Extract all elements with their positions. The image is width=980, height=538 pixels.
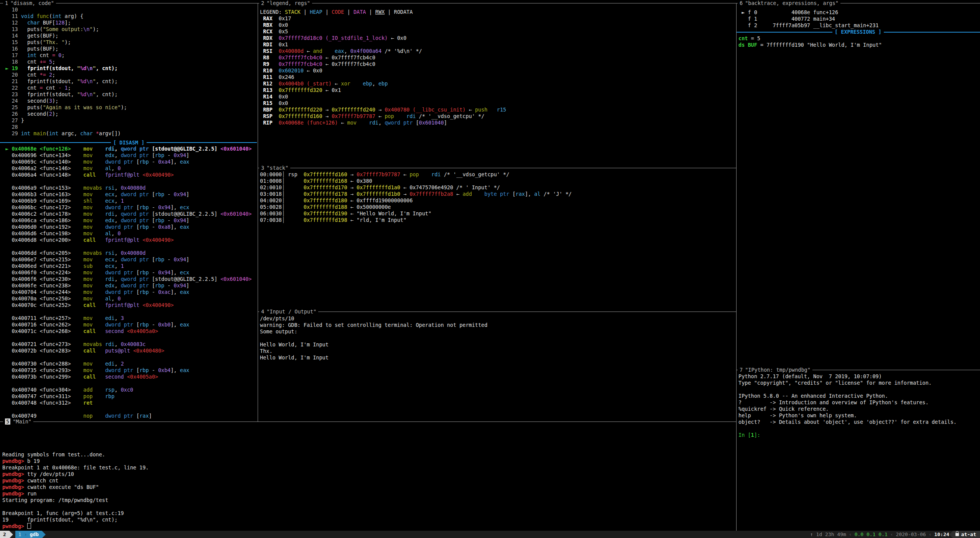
terminal-line bbox=[2, 438, 149, 445]
terminal-line bbox=[2, 425, 149, 432]
pane-label-io: 4"Input / Output" bbox=[259, 308, 318, 315]
terminal-line: 0x4006a4 <func+148> call fprintf@plt <0x… bbox=[2, 172, 252, 178]
terminal-line: /dev/pts/10 bbox=[260, 315, 487, 322]
pane-input-output[interactable]: /dev/pts/10warning: GDB: Failed to set c… bbox=[258, 312, 736, 422]
terminal-line: 0x4006c2 <func+178> mov rdi, qword ptr [… bbox=[2, 211, 252, 217]
terminal-line bbox=[738, 386, 957, 393]
terminal-line: 0x400721 <func+273> movabs rdi, 0x40083c bbox=[2, 341, 252, 348]
terminal-line: 15 puts("Thx. "); bbox=[2, 39, 127, 46]
terminal-line: cnt = 5 bbox=[738, 35, 882, 42]
terminal-line bbox=[2, 380, 252, 387]
terminal-line: R13 0x7fffffffd320 ← 0x1 bbox=[260, 87, 506, 93]
status-right: ↑ 1d 23h 49m ‹ 0.0 0.1 0.1 ‹ 2020-03-06 … bbox=[810, 531, 980, 538]
terminal-line: 0x4006d6 <func+198> mov al, 0 bbox=[2, 230, 252, 237]
terminal-line: 04:0020│ 0x7fffffffd180 ← 0xffffd1900000… bbox=[260, 197, 572, 204]
source-code-listing: 10 11 void func(int arg) { 12 char BUF[1… bbox=[2, 7, 127, 137]
terminal-line: warning: GDB: Failed to set controlling … bbox=[260, 322, 487, 328]
terminal-line: RBX 0x0 bbox=[260, 22, 506, 28]
window-tab-gdb[interactable]: 1 › gdb bbox=[15, 531, 42, 538]
terminal-line: 0x40069c <func+140> mov dword ptr [rbp -… bbox=[2, 159, 252, 165]
terminal-line: 0x400730 <func+288> mov edi, 2 bbox=[2, 361, 252, 367]
terminal-line: Some output: bbox=[260, 328, 487, 335]
terminal-line: Reading symbols from test...done. bbox=[2, 451, 149, 458]
gdb-console-listing: Reading symbols from test...done.pwndbg>… bbox=[2, 425, 149, 530]
terminal-line: 17 int cnt = 0; bbox=[2, 52, 127, 59]
pane-backtrace-expressions[interactable]: ► f 0 40068e func+126 f 1 400772 main+34… bbox=[737, 3, 980, 370]
terminal-line: 0x4006ca <func+186> mov edx, dword ptr [… bbox=[2, 217, 252, 224]
pane-legend-regs[interactable]: LEGEND: STACK | HEAP | CODE | DATA | RWX… bbox=[258, 3, 736, 168]
terminal-line: R14 0x0 bbox=[260, 93, 506, 100]
expressions-listing: cnt = 5ds BUF = 7fffffffd190 "Hello Worl… bbox=[738, 35, 882, 48]
terminal-line: 25 puts("Again as it was so nice"); bbox=[2, 104, 127, 111]
lock-icon bbox=[955, 533, 959, 536]
terminal-line: 27 } bbox=[2, 117, 127, 124]
terminal-line: 0x4006a2 <func+146> mov al, 0 bbox=[2, 165, 252, 172]
pane-main-gdb[interactable]: Reading symbols from test...done.pwndbg>… bbox=[0, 422, 736, 531]
terminal-line: 0x40072b <func+283> call puts@plt <0x400… bbox=[2, 348, 252, 354]
terminal-line: 0x40070c <func+252> call fprintf@plt <0x… bbox=[2, 302, 252, 308]
terminal-line: Python 2.7.17 (default, Nov 7 2019, 10:0… bbox=[738, 373, 957, 380]
terminal-line: f 1 400772 main+34 bbox=[738, 16, 879, 22]
border-main-top bbox=[0, 422, 736, 422]
terminal-line: 28 bbox=[2, 124, 127, 130]
terminal-line: 0x40073b <func+299> call second <0x4005a… bbox=[2, 374, 252, 380]
clock: 10:24 bbox=[934, 531, 949, 537]
pane-disasm-code[interactable]: 10 11 void func(int arg) { 12 char BUF[1… bbox=[0, 0, 258, 422]
terminal-line bbox=[738, 425, 957, 432]
terminal-line: Breakpoint 1 at 0x40068e: file test.c, l… bbox=[2, 464, 149, 471]
pane-label-backtrace: 6"backtrace, expressions, args" bbox=[738, 0, 840, 7]
terminal-line: Hello World, I'm Input bbox=[260, 341, 487, 348]
terminal-line: Thx. bbox=[260, 348, 487, 354]
terminal-line: object? -> Details about 'object', use '… bbox=[738, 419, 957, 425]
pane-label-ipython: 7"IPython: tmp/pwndbg" bbox=[738, 367, 812, 373]
terminal-line: IPython 5.8.0 -- An enhanced Interactive… bbox=[738, 393, 957, 399]
window-index: 1 bbox=[18, 531, 21, 537]
terminal-line: R9 0x7ffff7fcb4c0 ← 0x7ffff7fcb4c0 bbox=[260, 61, 506, 67]
terminal-line: pwndbg> cwatch execute "ds BUF" bbox=[2, 484, 149, 490]
terminal-line: 0x4006dd <func+205> movabs rsi, 0x40080d bbox=[2, 250, 252, 256]
terminal-line: 01:0008│ 0x7fffffffd168 ← 0x380 bbox=[260, 178, 572, 184]
terminal-line: 0x4006b9 <func+169> shl ecx, 1 bbox=[2, 198, 252, 204]
terminal-line: R10 0x602010 ← 0x0 bbox=[260, 67, 506, 74]
terminal-line: pwndbg> bbox=[2, 523, 149, 530]
terminal-line: LEGEND: STACK | HEAP | CODE | DATA | RWX… bbox=[260, 9, 506, 15]
terminal-line: help -> Python's own help system. bbox=[738, 412, 957, 419]
powerline-arrow-icon bbox=[949, 531, 953, 538]
terminal-line: 0x40071c <func+268> call second <0x4005a… bbox=[2, 328, 252, 335]
terminal-line: 23 fprintf(stdout, "%d\n", cnt); bbox=[2, 91, 127, 98]
session-badge[interactable]: 2 bbox=[0, 531, 9, 538]
terminal-line: pwndbg> cwatch cnt bbox=[2, 477, 149, 484]
terminal-line bbox=[2, 354, 252, 361]
pane-label-stack: 3"stack" bbox=[259, 165, 290, 171]
hostname-badge: at-at bbox=[953, 531, 980, 538]
terminal-line bbox=[2, 335, 252, 341]
terminal-line: 21 fprintf(stdout, "%d\n", cnt); bbox=[2, 78, 127, 85]
terminal-line: 07:0038│ 0x7fffffffd198 ← "rld, I'm Inpu… bbox=[260, 217, 572, 223]
terminal-line: 06:0030│ 0x7fffffffd190 ← "Hello World, … bbox=[260, 210, 572, 217]
terminal-line: Hello World, I'm Input bbox=[260, 354, 487, 361]
terminal-line: ? -> Introduction and overview of IPytho… bbox=[738, 399, 957, 406]
terminal-line: ds BUF = 7fffffffd190 "Hello World, I'm … bbox=[738, 42, 882, 48]
terminal-line: 0x4006d0 <func+192> mov dword ptr [rbp -… bbox=[2, 224, 252, 230]
uptime-indicator: ↑ 1d 23h 49m bbox=[810, 531, 846, 537]
ipython-console-listing: Python 2.7.17 (default, Nov 7 2019, 10:0… bbox=[738, 373, 957, 438]
pane-stack[interactable]: 00:0000│ rsp 0x7fffffffd160 → 0x7ffff7b9… bbox=[258, 168, 736, 312]
terminal-line: RDI 0x1 bbox=[260, 41, 506, 48]
expressions-divider-label: [ EXPRESSIONS ] bbox=[832, 29, 884, 35]
terminal-line: 0x400747 <func+311> pop rbp bbox=[2, 393, 252, 400]
terminal-line: RSI 0x40080d ← and eax, 0x4f000a64 /* '%… bbox=[260, 48, 506, 54]
terminal-line bbox=[2, 308, 252, 315]
pane-label-legend-regs: 2"legend, regs" bbox=[259, 0, 312, 7]
chevron-left-icon: ‹ bbox=[846, 531, 855, 537]
terminal-line: 0x400716 <func+262> mov dword ptr [rbp -… bbox=[2, 321, 252, 328]
pane-ipython[interactable]: Python 2.7.17 (default, Nov 7 2019, 10:0… bbox=[737, 370, 980, 531]
terminal-line bbox=[2, 406, 252, 413]
terminal-line: 03:0018│ 0x7fffffffd178 → 0x7fffffffd1b0… bbox=[260, 191, 572, 197]
status-left: 2 1 › gdb bbox=[0, 531, 46, 538]
terminal-line: RAX 0x17 bbox=[260, 15, 506, 22]
terminal-line: 0x4006bc <func+172> mov dword ptr [rbp -… bbox=[2, 204, 252, 211]
load-average: 0.0 0.1 0.1 bbox=[855, 531, 888, 537]
terminal-line: 26 second(2); bbox=[2, 111, 127, 117]
disassembly-listing: ► 0x40068e <func+126> mov rdi, qword ptr… bbox=[2, 146, 252, 419]
terminal-line: In [1]: bbox=[738, 432, 957, 438]
